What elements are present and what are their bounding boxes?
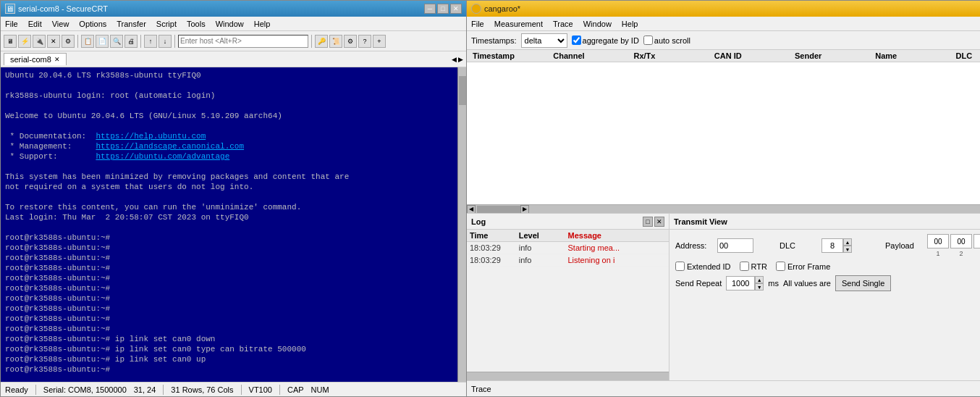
settings-icon[interactable]: ⚙ xyxy=(62,35,75,48)
term-line-0: Ubuntu 20.04.6 LTS rk3588s-ubuntu ttyFIQ… xyxy=(5,70,462,80)
log-msg-0: Starting mea... xyxy=(568,243,667,252)
dlc-up-btn[interactable]: ▲ xyxy=(843,238,852,246)
log-expand-btn[interactable]: □ xyxy=(643,217,653,227)
cng-menu-file[interactable]: File xyxy=(470,20,486,28)
log-col-time: Time xyxy=(470,231,519,240)
aggregate-checkbox[interactable] xyxy=(572,35,581,45)
address-input[interactable] xyxy=(178,35,308,48)
send-single-button[interactable]: Send Single xyxy=(835,275,891,291)
dlc-input[interactable] xyxy=(821,238,843,253)
mgmt-link[interactable]: https://landscape.canonical.com xyxy=(96,142,244,151)
menu-window[interactable]: Window xyxy=(214,20,245,28)
col-sender: Sender xyxy=(792,51,872,60)
scroll-left-arrow[interactable]: ◀ xyxy=(467,205,476,214)
col-dlc: DLC xyxy=(953,51,981,60)
quick-connect-icon[interactable]: 🔌 xyxy=(33,35,46,48)
trace-panel: Timestamp Channel Rx/Tx CAN ID Sender Na… xyxy=(467,50,980,214)
log-close-btn[interactable]: ✕ xyxy=(654,217,664,227)
menu-help[interactable]: Help xyxy=(253,20,272,28)
menu-file[interactable]: File xyxy=(4,20,20,28)
download-icon[interactable]: ↓ xyxy=(159,35,172,48)
rtr-label: RTR xyxy=(740,262,767,271)
minimize-button[interactable]: ─ xyxy=(424,4,436,14)
doc-link[interactable]: https://help.ubuntu.com xyxy=(96,132,206,141)
paste-icon[interactable]: 📄 xyxy=(96,35,109,48)
log-header: Log □ ✕ xyxy=(467,214,669,230)
auto-scroll-checkbox[interactable] xyxy=(643,35,653,45)
menu-options[interactable]: Options xyxy=(77,20,108,28)
error-frame-checkbox[interactable] xyxy=(776,262,785,271)
terminal-scrollbar[interactable] xyxy=(457,67,466,382)
col-name: Name xyxy=(872,51,952,60)
tab-right-arrow[interactable]: ▶ xyxy=(458,56,463,63)
aggregate-label: aggregate by ID xyxy=(583,36,639,45)
extra-icon[interactable]: + xyxy=(373,35,386,48)
repeat-down-btn[interactable]: ▼ xyxy=(755,283,764,291)
menu-edit[interactable]: Edit xyxy=(27,20,43,28)
print-icon[interactable]: 🖨 xyxy=(124,35,138,48)
cng-menu-window[interactable]: Window xyxy=(582,20,613,28)
term-line-29: root@rk3588s-ubuntu:~# xyxy=(5,364,462,375)
support-link[interactable]: https://ubuntu.com/advantage xyxy=(96,152,229,161)
close-button[interactable]: ✕ xyxy=(450,4,462,14)
copy-icon[interactable]: 📋 xyxy=(81,35,94,48)
connect-icon[interactable]: ⚡ xyxy=(18,35,31,48)
log-col-level: Level xyxy=(519,231,568,240)
cng-menu-measurement[interactable]: Measurement xyxy=(493,20,544,28)
tab-bar: serial-com8 ✕ ◀ ▶ xyxy=(1,51,466,67)
cng-menu-help[interactable]: Help xyxy=(620,20,640,28)
send-repeat-input[interactable] xyxy=(726,276,755,291)
scroll-right-arrow[interactable]: ▶ xyxy=(520,205,529,214)
log-level-1: info xyxy=(519,256,568,264)
maximize-button[interactable]: □ xyxy=(437,4,449,14)
term-line-26: root@rk3588s-ubuntu:~# ip link set can0 … xyxy=(5,334,462,344)
payload-byte-2[interactable] xyxy=(950,234,972,248)
log-scrollbar[interactable] xyxy=(467,372,669,380)
menu-transfer[interactable]: Transfer xyxy=(115,20,148,28)
status-cap: CAP xyxy=(287,385,304,394)
payload-byte-3[interactable] xyxy=(973,234,980,248)
key-icon[interactable]: 🔑 xyxy=(315,35,328,48)
securecrt-toolbar: 🖥 ⚡ 🔌 ✕ ⚙ 📋 📄 🔍 🖨 ↑ ↓ 🔑 📜 ⚙ ? + xyxy=(1,31,466,51)
terminal-area[interactable]: Ubuntu 20.04.6 LTS rk3588s-ubuntu ttyFIQ… xyxy=(1,67,466,382)
rtr-checkbox[interactable] xyxy=(740,262,749,271)
help-icon[interactable]: ? xyxy=(358,35,371,48)
tab-left-arrow[interactable]: ◀ xyxy=(452,56,457,63)
extended-id-label: Extended ID xyxy=(675,262,731,271)
trace-content[interactable] xyxy=(467,62,980,204)
dlc-down-btn[interactable]: ▼ xyxy=(843,246,852,253)
term-line-22: root@rk3588s-ubuntu:~# xyxy=(5,293,462,304)
term-line-14: Last login: Thu Mar 2 20:58:07 CST 2023 … xyxy=(5,212,462,222)
tab-serial-com8[interactable]: serial-com8 ✕ xyxy=(4,53,67,65)
macro-icon[interactable]: ⚙ xyxy=(344,35,357,48)
aggregate-checkbox-label: aggregate by ID xyxy=(572,35,639,45)
payload-num-2: 2 xyxy=(950,250,972,257)
new-session-icon[interactable]: 🖥 xyxy=(4,35,17,48)
disconnect-icon[interactable]: ✕ xyxy=(47,35,60,48)
payload-byte-1[interactable] xyxy=(927,234,949,248)
tab-label: serial-com8 xyxy=(10,55,51,64)
dlc-spinbox: ▲ ▼ xyxy=(821,238,852,253)
term-line-21: root@rk3588s-ubuntu:~# xyxy=(5,283,462,293)
repeat-up-btn[interactable]: ▲ xyxy=(755,276,764,283)
status-size: 31 Rows, 76 Cols xyxy=(171,385,233,394)
app-icon: 🖥 xyxy=(5,4,15,14)
tab-close-button[interactable]: ✕ xyxy=(54,56,60,63)
status-sep-4 xyxy=(279,385,280,395)
timestamps-select[interactable]: delta absolute relative xyxy=(521,33,567,48)
status-ready: Ready xyxy=(5,385,28,394)
log-time-0: 18:03:29 xyxy=(470,243,519,252)
script-icon[interactable]: 📜 xyxy=(329,35,342,48)
find-icon[interactable]: 🔍 xyxy=(110,35,123,48)
extended-id-checkbox[interactable] xyxy=(675,262,685,271)
menu-view[interactable]: View xyxy=(51,20,71,28)
cng-menu-trace[interactable]: Trace xyxy=(552,20,575,28)
cangaroo-icon xyxy=(471,4,481,14)
cangaroo-menubar: File Measurement Trace Window Help xyxy=(467,17,980,31)
trace-h-scrollbar[interactable]: ◀ ▶ xyxy=(467,204,980,213)
address-field[interactable] xyxy=(717,238,753,253)
upload-icon[interactable]: ↑ xyxy=(144,35,157,48)
menu-script[interactable]: Script xyxy=(155,20,178,28)
menu-tools[interactable]: Tools xyxy=(185,20,207,28)
scroll-thumb[interactable] xyxy=(477,206,520,213)
